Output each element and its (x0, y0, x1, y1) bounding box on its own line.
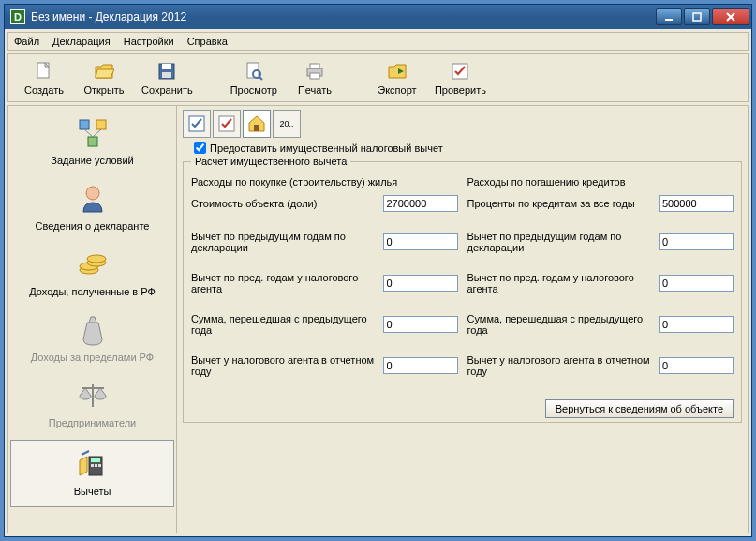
svg-marker-7 (96, 69, 114, 78)
loan-prev-declaration-row: Вычет по предыдущим годам по декларации (467, 231, 734, 253)
svg-rect-20 (96, 120, 106, 129)
svg-rect-21 (88, 137, 97, 146)
svg-rect-9 (162, 64, 171, 69)
svg-rect-32 (91, 458, 100, 462)
svg-rect-10 (162, 72, 171, 78)
export-button[interactable]: Экспорт (369, 58, 425, 98)
field-label: Вычет по предыдущим годам по декларации (191, 231, 378, 253)
menu-declaration[interactable]: Декларация (52, 36, 111, 47)
close-button[interactable] (712, 8, 749, 25)
grant-deduction-label: Предоставить имущественный налоговый выч… (210, 143, 443, 154)
svg-line-13 (259, 77, 262, 80)
prev-years-agent-input[interactable] (383, 275, 458, 292)
section-legend: Расчет имущественного вычета (191, 156, 350, 167)
svg-rect-1 (693, 13, 701, 21)
check-icon (449, 60, 471, 83)
field-label: Сумма, перешедшая с предыдущего года (467, 313, 654, 336)
svg-rect-39 (254, 125, 259, 131)
check-label: Проверить (435, 84, 486, 96)
sidebar-item-income-rf[interactable]: Доходы, полученные в РФ (8, 241, 176, 307)
body-area: Задание условий Сведения о декларанте До… (7, 105, 749, 533)
save-icon (156, 60, 178, 83)
return-to-object-button[interactable]: Вернуться к сведениям об объекте (545, 399, 734, 418)
sidebar-item-label: Предприниматели (49, 417, 136, 428)
person-icon (75, 181, 111, 217)
svg-line-22 (84, 129, 93, 137)
carryover-sum-row: Сумма, перешедшая с предыдущего года (191, 313, 458, 336)
menu-help[interactable]: Справка (187, 36, 228, 47)
sidebar-item-income-foreign[interactable]: Доходы за пределами РФ (8, 307, 176, 372)
deduction-type-property[interactable] (243, 110, 271, 138)
titlebar[interactable]: D Без имени - Декларация 2012 (5, 5, 751, 29)
svg-rect-0 (665, 19, 673, 21)
prev-years-agent-row: Вычет по пред. годам у налогового агента (191, 272, 458, 294)
menu-file[interactable]: Файл (14, 36, 39, 47)
field-label: Вычет по пред. годам у налогового агента (467, 272, 654, 294)
menu-settings[interactable]: Настройки (124, 36, 174, 47)
sidebar-item-conditions[interactable]: Задание условий (8, 110, 176, 175)
right-column-title: Расходы по погашению кредитов (467, 176, 734, 188)
window-controls (656, 8, 749, 25)
window-title: Без имени - Декларация 2012 (31, 10, 656, 23)
svg-point-24 (86, 187, 99, 200)
deduction-type-social[interactable] (213, 110, 241, 138)
field-label: Вычет по предыдущим годам по декларации (467, 231, 654, 253)
maximize-button[interactable] (684, 8, 710, 25)
print-button[interactable]: Печать (287, 58, 343, 98)
app-window: D Без имени - Декларация 2012 Файл Декла… (4, 4, 752, 537)
loan-agent-current-input[interactable] (659, 357, 734, 374)
svg-rect-33 (91, 464, 94, 467)
sidebar: Задание условий Сведения о декларанте До… (8, 106, 177, 533)
sidebar-item-label: Доходы, полученные в РФ (29, 286, 156, 297)
loan-prev-declaration-input[interactable] (659, 233, 734, 250)
field-label: Сумма, перешедшая с предыдущего года (191, 313, 378, 336)
scales-icon (75, 378, 111, 413)
prev-years-declaration-input[interactable] (383, 233, 458, 250)
check-button[interactable]: Проверить (429, 58, 492, 98)
carryover-sum-input[interactable] (383, 316, 458, 333)
loan-prev-agent-input[interactable] (659, 275, 734, 292)
agent-current-year-input[interactable] (383, 357, 458, 374)
sidebar-item-entrepreneurs[interactable]: Предприниматели (8, 372, 176, 438)
loan-carryover-row: Сумма, перешедшая с предыдущего года (467, 313, 734, 336)
money-bag-icon (75, 312, 111, 348)
svg-rect-19 (80, 120, 89, 129)
save-label: Сохранить (141, 84, 193, 96)
sidebar-item-declarant[interactable]: Сведения о декларанте (8, 175, 176, 241)
grant-deduction-row: Предоставить имущественный налоговый выч… (194, 142, 742, 154)
field-label: Вычет у налогового агента в отчетном год… (467, 354, 654, 377)
print-label: Печать (298, 84, 332, 96)
sidebar-item-deductions[interactable]: Вычеты (10, 440, 174, 507)
create-button[interactable]: Создать (16, 58, 72, 98)
coins-icon (75, 247, 111, 282)
preview-icon (243, 60, 265, 83)
save-button[interactable]: Сохранить (136, 58, 199, 98)
loan-interest-row: Проценты по кредитам за все годы (467, 195, 734, 212)
app-icon: D (10, 9, 25, 24)
field-label: Проценты по кредитам за все годы (467, 198, 654, 209)
object-cost-input[interactable] (383, 195, 458, 212)
open-button[interactable]: Открыть (76, 58, 132, 98)
svg-rect-34 (95, 464, 97, 467)
export-label: Экспорт (378, 84, 416, 96)
create-label: Создать (24, 84, 64, 96)
prev-years-declaration-row: Вычет по предыдущим годам по декларации (191, 231, 458, 253)
deduction-type-losses[interactable]: 20.. (273, 110, 301, 138)
svg-point-28 (87, 255, 106, 263)
main-toolbar: Создать Открыть Сохранить Просмотр Печа (7, 53, 749, 102)
new-file-icon (33, 60, 55, 83)
preview-button[interactable]: Просмотр (225, 58, 283, 98)
menubar: Файл Декларация Настройки Справка (7, 32, 749, 51)
grant-deduction-checkbox[interactable] (194, 142, 206, 154)
conditions-icon (75, 115, 111, 151)
sidebar-item-label: Задание условий (51, 155, 133, 166)
loan-interest-input[interactable] (659, 195, 734, 212)
svg-rect-15 (310, 64, 319, 68)
field-label: Стоимость объекта (доли) (191, 198, 378, 209)
minimize-button[interactable] (656, 8, 682, 25)
deduction-type-standard[interactable] (183, 110, 211, 138)
left-column-title: Расходы по покупке (строительству) жилья (191, 176, 458, 188)
loan-carryover-input[interactable] (659, 316, 734, 333)
sidebar-item-label: Сведения о декларанте (36, 220, 150, 232)
export-icon (386, 60, 408, 83)
